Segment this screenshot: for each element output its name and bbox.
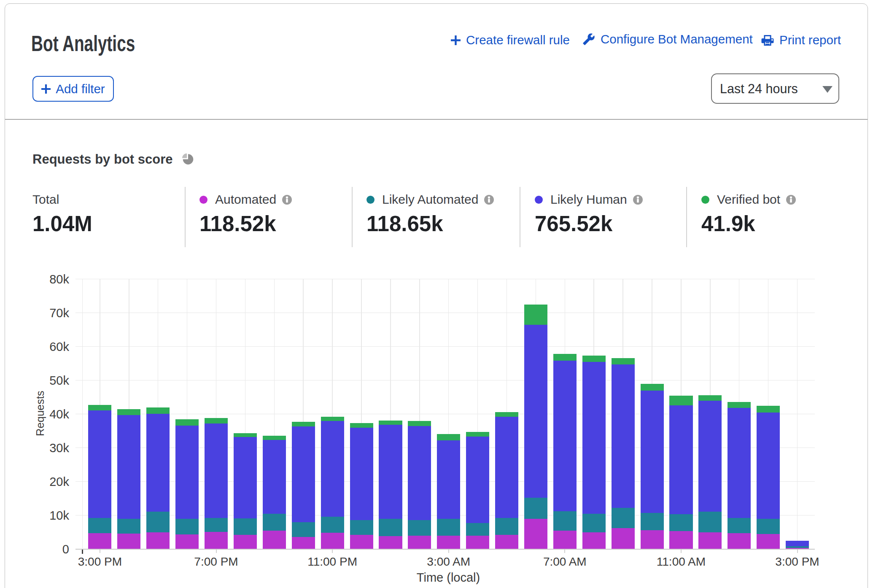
svg-text:60k: 60k xyxy=(49,340,69,353)
svg-text:40k: 40k xyxy=(49,407,69,421)
svg-text:11:00 PM: 11:00 PM xyxy=(307,555,357,568)
svg-text:Time (local): Time (local) xyxy=(417,571,480,584)
svg-text:0: 0 xyxy=(62,542,69,556)
svg-text:30k: 30k xyxy=(49,441,69,455)
svg-text:3:00 AM: 3:00 AM xyxy=(427,555,470,568)
svg-text:80k: 80k xyxy=(49,272,69,286)
svg-text:10k: 10k xyxy=(49,509,69,522)
svg-text:11:00 AM: 11:00 AM xyxy=(657,555,706,568)
svg-text:3:00 PM: 3:00 PM xyxy=(775,555,819,568)
svg-text:3:00 PM: 3:00 PM xyxy=(78,555,122,568)
svg-text:Requests: Requests xyxy=(34,391,46,436)
svg-text:7:00 AM: 7:00 AM xyxy=(543,555,587,568)
svg-text:7:00 PM: 7:00 PM xyxy=(194,555,238,568)
svg-text:70k: 70k xyxy=(49,306,69,320)
svg-text:50k: 50k xyxy=(49,374,69,387)
svg-text:20k: 20k xyxy=(49,475,69,488)
